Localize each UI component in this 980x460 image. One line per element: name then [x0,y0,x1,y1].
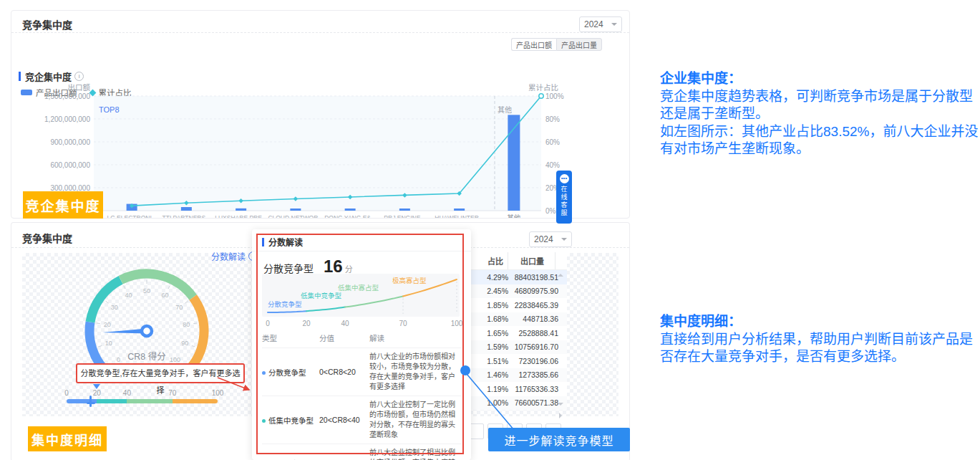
slider-tick: 40 [117,389,136,397]
combo-bar-line-chart: 1,500,000,000100%1,200,000,00080%900,000… [11,11,629,218]
score-curve-chart: 分散竞争型低集中竞争型低集中寡占型极高寡占型 [262,274,460,317]
type-dot-icon [262,419,266,423]
svg-text:60: 60 [161,292,168,299]
svg-text:100%: 100% [545,92,564,100]
svg-text:80: 80 [183,321,190,328]
badge-trend: 竞企集中度 [23,191,103,219]
svg-text:50: 50 [143,287,150,294]
svg-text:60%: 60% [545,138,560,146]
badge-detail: 集中度明细 [28,426,107,451]
svg-text:LUXSHARE PRE...: LUXSHARE PRE... [215,214,267,218]
svg-text:300,000,000: 300,000,000 [50,184,90,192]
svg-text:出口额: 出口额 [68,83,91,92]
svg-text:CLOUD NETWOR...: CLOUD NETWOR... [268,214,323,218]
annotation-text: 竞企集中度趋势表格，可判断竞争市场是属于分散型还是属于垄断型。 [660,88,980,123]
score-type-row: 分散竞争型0<CR8<20前八大企业的市场份额相对较小，市场竞争较为分散，存在大… [262,348,461,396]
panel-trend: 竞争集中度 2024 产品出口额 产品出口量 竞企集中度 i 产品出口额 累计占… [11,10,630,219]
svg-text:0%: 0% [545,207,556,215]
slider-tick: 0 [57,389,76,397]
curve-tick: 70 [394,320,412,327]
page: 竞争集中度 2024 产品出口额 产品出口量 竞企集中度 i 产品出口额 累计占… [0,0,980,460]
curve-tick: 0 [259,320,276,327]
annotation-block-2: 集中度明细： 直接给到用户分析结果，帮助用户判断目前该产品是否存在大量竞争对手，… [660,313,980,366]
svg-text:TOP8: TOP8 [99,105,120,114]
svg-text:30: 30 [111,304,118,311]
bar[interactable] [454,209,465,211]
svg-text:TTI PARTNERS...: TTI PARTNERS... [162,214,211,218]
score-type-table: 类型 分值 解读 分散竞争型0<CR8<20前八大企业的市场份额相对较小，市场竞… [262,330,461,460]
svg-text:极高寡占型: 极高寡占型 [392,277,427,284]
svg-text:900,000,000: 900,000,000 [50,138,90,146]
score-slider[interactable]: 0204070100 [57,389,236,412]
svg-text:70: 70 [175,304,183,311]
score-curve-box: 分散竞争型低集中竞争型低集中寡占型极高寡占型 [262,274,460,317]
svg-text:10: 10 [105,340,112,347]
table-header: 类型 分值 解读 [262,330,461,348]
svg-text:其他: 其他 [507,214,521,218]
svg-text:40%: 40% [545,161,560,169]
score-type-row: 低集中寡占型40<CR8<70前八大企业控制了相当比例的市场份额，市场集中度较高 [262,444,461,460]
year-select[interactable]: 2024 [529,231,572,247]
slider-handle-cross [87,402,95,404]
svg-text:1,500,000,000: 1,500,000,000 [44,92,90,100]
annotation-title: 企业集中度： [660,70,980,88]
bar[interactable] [290,209,301,211]
svg-text:20: 20 [104,321,111,328]
section-bar-icon [262,238,264,246]
score-explain-popup: 分数解读 分散竞争型 16 分 分散竞争型低集中竞争型低集中寡占型极高寡占型 0… [252,229,471,460]
svg-text:其他: 其他 [498,105,512,114]
svg-text:100: 100 [170,356,180,363]
curve-tick: 100 [448,320,465,327]
svg-text:600,000,000: 600,000,000 [50,161,90,169]
svg-text:低集中竞争型: 低集中竞争型 [301,292,342,300]
type-dot-icon [262,371,266,375]
svg-text:PRJ ENGINE...: PRJ ENGINE... [384,214,425,218]
chat-bubble-icon: ••• [560,174,569,183]
svg-text:1,200,000,000: 1,200,000,000 [44,115,90,123]
customer-service-label: 在线客服 [560,186,569,217]
customer-service-widget[interactable]: ••• 在线客服 [556,171,572,224]
annotation-title: 集中度明细： [660,313,980,331]
svg-text:分散竞争型: 分散竞争型 [268,300,302,308]
svg-text:DONG YANG E&...: DONG YANG E&... [324,214,376,218]
svg-text:HUAWEI INTER...: HUAWEI INTER... [435,214,484,218]
svg-text:低集中寡占型: 低集中寡占型 [338,284,379,292]
annotation-text: 直接给到用户分析结果，帮助用户判断目前该产品是否存在大量竞争对手，是否有更多选择… [660,331,980,366]
slider-tick: 70 [163,389,182,397]
bar[interactable] [236,209,246,211]
svg-text:CR8 得分: CR8 得分 [127,351,165,362]
scroll-up-icon[interactable] [558,271,563,277]
svg-text:LG ELECTRONI...: LG ELECTRONI... [107,214,156,218]
bar[interactable] [399,209,410,211]
panel-title: 竞争集中度 [22,231,72,245]
slider-handle[interactable] [89,396,92,407]
chevron-down-icon [561,238,567,244]
curve-tick: 20 [298,320,315,327]
bar[interactable] [345,209,356,211]
column-export-volume[interactable]: 出口量 [508,252,556,269]
bar[interactable] [181,207,192,211]
annotation-connector [460,365,539,459]
curve-tick: 40 [336,320,354,327]
annotation-block-1: 企业集中度： 竞企集中度趋势表格，可判断竞争市场是属于分散型还是属于垄断型。 如… [660,70,980,158]
divider [252,251,471,251]
popup-header: 分数解读 [262,236,303,248]
svg-text:40: 40 [125,292,132,299]
annotation-text: 如左图所示：其他产业占比83.52%，前八大企业并没有对市场产生垄断现象。 [660,123,980,158]
svg-text:90: 90 [181,340,188,347]
sort-icon[interactable] [546,257,550,266]
year-select-value: 2024 [534,234,553,244]
scroll-down-icon[interactable] [558,403,563,408]
score-type-row: 低集中竞争型20<CR8<40前八大企业控制了一定比例的市场份额，但市场仍然相对… [262,396,461,444]
note-pointer-icon [93,384,100,393]
scroll-right-icon[interactable] [559,413,565,418]
svg-text:80%: 80% [545,115,560,123]
svg-text:累计占比: 累计占比 [528,83,558,92]
svg-text:0: 0 [117,356,120,363]
connector-dot-icon [460,365,470,375]
